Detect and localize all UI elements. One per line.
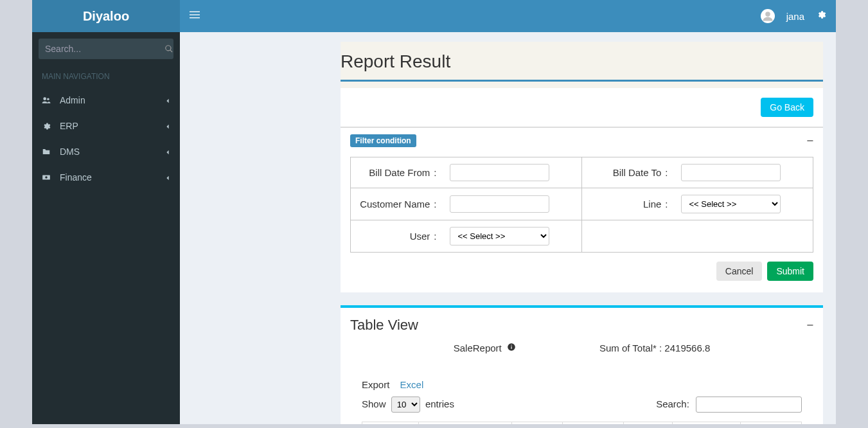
sidebar-search xyxy=(39,39,173,59)
svg-rect-9 xyxy=(511,346,511,349)
svg-point-7 xyxy=(45,176,48,179)
svg-point-4 xyxy=(43,97,46,100)
sidebar-item-dms[interactable]: DMS xyxy=(32,139,180,165)
col-status[interactable]: OrderStatus xyxy=(673,422,741,425)
customer-name-input[interactable] xyxy=(450,195,549,213)
brand-logo[interactable]: Diyaloo xyxy=(32,0,180,32)
users-icon xyxy=(42,96,55,105)
svg-rect-10 xyxy=(511,345,511,346)
customer-name-label: Customer Name xyxy=(360,199,430,210)
page-size-select[interactable]: 10 xyxy=(391,397,420,413)
bill-date-to-label: Bill Date To xyxy=(613,167,662,178)
avatar-icon[interactable] xyxy=(761,9,775,23)
sidebar-item-label: DMS xyxy=(60,147,80,157)
hamburger-icon[interactable] xyxy=(190,10,200,23)
money-icon xyxy=(42,173,55,182)
sidebar-item-finance[interactable]: Finance xyxy=(32,165,180,190)
info-icon[interactable] xyxy=(507,343,516,352)
bill-date-to-input[interactable] xyxy=(681,164,781,181)
col-total[interactable]: Total* xyxy=(624,422,673,425)
page-title: Report Result xyxy=(341,51,823,77)
sidebar-item-erp[interactable]: ERP xyxy=(32,113,180,139)
chevron-left-icon xyxy=(165,95,170,105)
cancel-button[interactable]: Cancel xyxy=(716,262,763,281)
bill-date-from-label: Bill Date From xyxy=(369,167,430,178)
go-back-button[interactable]: Go Back xyxy=(761,98,813,117)
sidebar-item-admin[interactable]: Admin xyxy=(32,87,180,113)
svg-rect-2 xyxy=(190,17,200,18)
svg-point-3 xyxy=(765,12,770,17)
sum-total: Sum of Total* : 2419566.8 xyxy=(599,343,710,353)
collapse-icon[interactable]: − xyxy=(806,135,813,147)
export-label: Export xyxy=(362,379,389,390)
table-view-title: Table View xyxy=(350,317,418,334)
filter-condition-badge: Filter condition xyxy=(350,134,416,147)
collapse-icon[interactable]: − xyxy=(806,319,813,331)
show-label: Show xyxy=(362,398,386,409)
gear-icon[interactable] xyxy=(816,10,826,22)
search-icon[interactable] xyxy=(164,39,173,59)
chevron-left-icon xyxy=(165,121,170,131)
svg-rect-0 xyxy=(190,11,200,12)
line-select[interactable]: << Select >> xyxy=(681,195,781,213)
sidebar-item-label: ERP xyxy=(60,121,78,131)
export-excel-link[interactable]: Excel xyxy=(400,379,424,390)
col-createdby[interactable]: CreatedBy xyxy=(740,422,801,425)
report-name: SaleReport xyxy=(454,343,502,353)
gear-icon xyxy=(42,121,55,130)
chevron-left-icon xyxy=(165,172,170,183)
user-name[interactable]: jana xyxy=(786,11,804,22)
user-select[interactable]: << Select >> xyxy=(450,227,549,245)
chevron-left-icon xyxy=(165,147,170,157)
table-header-row: Line CustomerName BillNo BillDate Total*… xyxy=(362,422,802,425)
table-search-label: Search: xyxy=(656,398,689,409)
sidebar-item-label: Admin xyxy=(60,95,85,105)
col-billdate[interactable]: BillDate xyxy=(563,422,624,425)
entries-label: entries xyxy=(425,398,454,409)
col-customer[interactable]: CustomerName xyxy=(418,422,511,425)
line-label: Line xyxy=(643,199,661,210)
col-line[interactable]: Line xyxy=(362,422,419,425)
svg-point-5 xyxy=(47,98,49,101)
svg-rect-1 xyxy=(190,14,200,15)
folder-icon xyxy=(42,147,55,156)
bill-date-from-input[interactable] xyxy=(450,164,549,181)
search-input[interactable] xyxy=(39,39,164,59)
table-search-input[interactable] xyxy=(696,397,802,413)
submit-button[interactable]: Submit xyxy=(767,262,813,281)
user-label: User xyxy=(410,231,430,242)
nav-heading: MAIN NAVIGATION xyxy=(32,66,180,87)
sidebar-item-label: Finance xyxy=(60,172,92,183)
col-billno[interactable]: BillNo xyxy=(511,422,563,425)
